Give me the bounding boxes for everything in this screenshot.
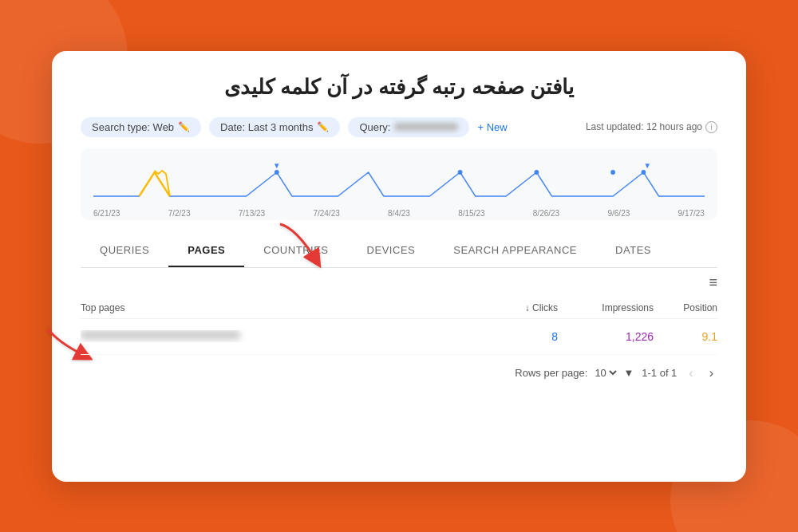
chart-area: ▼ ▼ 6/21/23 7/2/23 7/13/23 7/24/23 8/4/2… [81,148,717,220]
svg-point-0 [275,170,279,175]
svg-point-1 [458,170,463,175]
table-row: 8 1,226 9.1 [81,319,717,355]
rows-per-page: Rows per page: 10 25 50 ▼ [515,366,634,380]
prev-page-button[interactable]: ‹ [685,365,697,382]
table-header: Top pages ↓ Clicks Impressions Position [81,298,717,319]
query-blur [394,123,458,131]
col-header-clicks[interactable]: ↓ Clicks [462,302,558,313]
clicks-value: 8 [462,330,558,343]
edit-date-icon: ✏️ [317,121,329,132]
card-title: یافتن صفحه رتبه گرفته در آن کلمه کلیدی [81,75,717,100]
search-type-filter[interactable]: Search type: Web ✏️ [81,117,201,137]
col-header-position[interactable]: Position [654,302,717,313]
tab-devices[interactable]: DEVICES [348,234,435,267]
svg-text:▼: ▼ [273,160,280,169]
url-blur [81,330,240,340]
filter-icon[interactable]: ≡ [709,274,717,291]
rows-per-page-select[interactable]: 10 25 50 [591,366,619,380]
chart-dates: 6/21/23 7/2/23 7/13/23 7/24/23 8/4/23 8/… [93,209,705,218]
table-section: Top pages ↓ Clicks Impressions Position [81,298,717,355]
next-page-button[interactable]: › [705,365,717,382]
last-updated: Last updated: 12 hours ago i [586,121,717,133]
impressions-value: 1,226 [558,330,654,343]
info-icon[interactable]: i [705,121,717,133]
page-url[interactable] [81,330,462,342]
date-filter[interactable]: Date: Last 3 months ✏️ [209,117,340,137]
filter-row: ≡ [81,268,717,294]
pagination: Rows per page: 10 25 50 ▼ 1-1 of 1 ‹ › [81,365,717,382]
query-filter: Query: [348,117,469,137]
table-row-wrapper: 8 1,226 9.1 [81,319,717,355]
main-card: یافتن صفحه رتبه گرفته در آن کلمه کلیدی S… [52,51,746,482]
position-value: 9.1 [654,330,717,343]
filters-bar: Search type: Web ✏️ Date: Last 3 months … [81,117,717,137]
edit-search-type-icon: ✏️ [178,121,190,132]
svg-text:▼: ▼ [643,160,650,169]
page-range: 1-1 of 1 [642,367,677,379]
chart-svg: ▼ ▼ [93,156,705,204]
dropdown-icon: ▼ [623,367,634,379]
tabs-bar: QUERIES PAGES COUNTRIES DEVICES SEARCH A… [81,234,717,268]
arrow1-svg [272,220,328,268]
tab-queries[interactable]: QUERIES [81,234,168,267]
svg-point-2 [534,170,539,175]
svg-point-3 [610,170,615,175]
col-header-page: Top pages [81,302,462,313]
svg-point-4 [642,170,646,175]
tab-dates[interactable]: DATES [596,234,670,267]
red-arrow-1 [272,220,328,271]
col-header-impressions[interactable]: Impressions [558,302,654,313]
tab-search-appearance[interactable]: SEARCH APPEARANCE [434,234,596,267]
tab-pages[interactable]: PAGES [168,234,244,267]
new-button[interactable]: + New [477,121,507,133]
